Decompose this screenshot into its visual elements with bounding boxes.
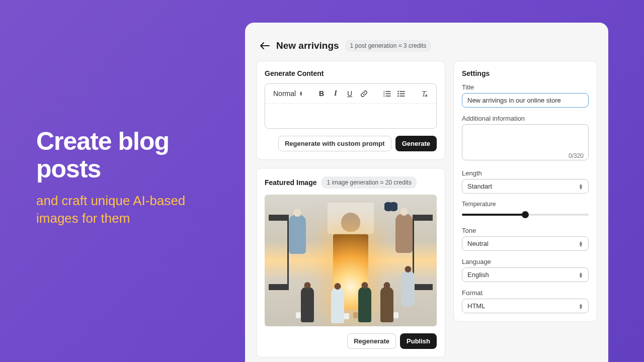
- arrow-left-icon: [260, 42, 270, 50]
- editor-toolbar: Normal ▲▼ B I U: [265, 84, 436, 104]
- clear-format-icon[interactable]: [418, 87, 431, 100]
- language-value: English: [467, 271, 489, 279]
- length-label: Length: [462, 169, 589, 177]
- rich-text-editor[interactable]: Normal ▲▼ B I U: [265, 83, 437, 129]
- svg-text:3: 3: [383, 95, 385, 97]
- settings-title: Settings: [462, 69, 589, 77]
- generate-content-card: Generate Content Normal ▲▼ B I: [256, 61, 445, 160]
- featured-image-title: Featured Image: [265, 178, 316, 187]
- length-select[interactable]: Standart ▲▼: [462, 179, 589, 194]
- format-value: HTML: [467, 302, 485, 310]
- unordered-list-icon[interactable]: [394, 87, 408, 100]
- format-select[interactable]: HTML ▲▼: [462, 299, 589, 313]
- temperature-slider[interactable]: [462, 210, 589, 220]
- char-counter: 0/320: [569, 152, 584, 159]
- panel-header: New arrivings 1 post generation = 3 cred…: [256, 33, 597, 61]
- back-button[interactable]: [259, 40, 270, 51]
- publish-button[interactable]: Publish: [400, 333, 437, 349]
- regenerate-image-button[interactable]: Regenerate: [347, 333, 396, 349]
- featured-image-preview[interactable]: [265, 195, 437, 326]
- ordered-list-icon[interactable]: 123: [380, 87, 393, 100]
- page-title: New arrivings: [276, 40, 339, 51]
- italic-icon[interactable]: I: [329, 87, 342, 100]
- bold-icon[interactable]: B: [315, 87, 328, 100]
- generate-content-title: Generate Content: [265, 69, 437, 77]
- featured-image-card: Featured Image 1 image generation = 20 c…: [256, 168, 445, 357]
- title-input[interactable]: [462, 93, 589, 108]
- credits-pill: 1 post generation = 3 credits: [345, 40, 432, 52]
- generate-button[interactable]: Generate: [395, 136, 437, 151]
- link-icon[interactable]: [357, 87, 370, 100]
- hero-subtitle: and craft unique AI-based images for the…: [36, 192, 222, 227]
- chevron-updown-icon: ▲▼: [579, 303, 583, 309]
- title-label: Title: [462, 83, 589, 91]
- regenerate-prompt-button[interactable]: Regenerate with custom prompt: [278, 136, 391, 151]
- heading-select-label: Normal: [273, 89, 296, 98]
- format-label: Format: [462, 289, 589, 297]
- settings-card: Settings Title Additional information 0/…: [453, 61, 597, 322]
- tone-select[interactable]: Neutral ▲▼: [462, 236, 589, 251]
- hero-title: Create blog posts: [36, 128, 222, 183]
- underline-icon[interactable]: U: [343, 87, 356, 100]
- length-value: Standart: [467, 183, 492, 190]
- svg-point-5: [397, 95, 399, 97]
- svg-point-4: [397, 93, 399, 95]
- chevron-updown-icon: ▲▼: [579, 272, 583, 278]
- additional-info-label: Additional information: [462, 115, 589, 122]
- chevron-updown-icon: ▲▼: [299, 91, 303, 96]
- chevron-updown-icon: ▲▼: [579, 184, 583, 190]
- svg-point-3: [397, 90, 399, 92]
- temperature-label: Temperature: [462, 201, 589, 208]
- heading-select[interactable]: Normal ▲▼: [271, 89, 305, 98]
- app-panel: New arrivings 1 post generation = 3 cred…: [245, 23, 608, 362]
- chevron-updown-icon: ▲▼: [579, 241, 583, 247]
- editor-body[interactable]: [265, 104, 436, 128]
- image-credits-pill: 1 image generation = 20 credits: [321, 176, 416, 189]
- tone-value: Neutral: [467, 240, 489, 247]
- language-select[interactable]: English ▲▼: [462, 267, 589, 282]
- language-label: Language: [462, 258, 589, 265]
- tone-label: Tone: [462, 227, 589, 234]
- hero-copy: Create blog posts and craft unique AI-ba…: [36, 128, 222, 227]
